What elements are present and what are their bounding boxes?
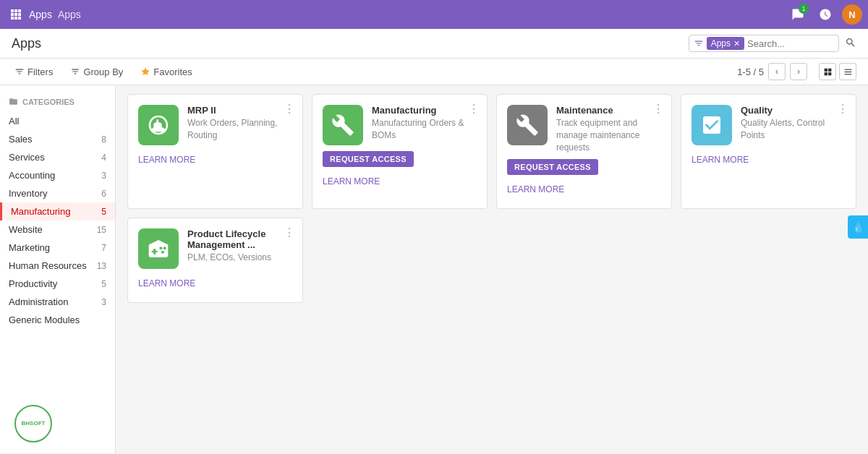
sidebar-item-hr[interactable]: Human Resources 13 xyxy=(0,257,115,275)
app-card-header-quality: Quality Quality Alerts, Control Points xyxy=(692,105,846,145)
favorites-btn[interactable]: Favorites xyxy=(137,65,195,79)
app-card-header-mrp2: MRP II Work Orders, Planning, Routing xyxy=(138,105,292,145)
app-card-menu-mfg[interactable]: ⋮ xyxy=(468,102,480,116)
svg-rect-10 xyxy=(828,68,831,71)
svg-rect-14 xyxy=(844,71,851,72)
learn-more-quality-btn[interactable]: LEARN MORE xyxy=(692,151,749,168)
group-icon xyxy=(70,67,80,77)
list-view-btn[interactable] xyxy=(839,63,856,80)
sidebar-item-services[interactable]: Services 4 xyxy=(0,148,115,166)
sidebar-item-all[interactable]: All xyxy=(0,112,115,130)
app-card-menu-mrp2[interactable]: ⋮ xyxy=(284,102,295,116)
app-info-mfg: Manufacturing Manufacturing Orders & BOM… xyxy=(372,105,477,142)
app-card-header-plm: Product Lifecycle Management ... PLM, EC… xyxy=(138,228,292,269)
next-page-btn[interactable]: › xyxy=(790,63,807,80)
app-actions-mrp2: LEARN MORE xyxy=(138,151,292,168)
sidebar: CATEGORIES All Sales 8 Services 4 Accoun… xyxy=(0,85,116,453)
filter-icon xyxy=(694,38,704,48)
search-bar: Apps ✕ xyxy=(689,35,839,52)
sidebar-item-administration[interactable]: Administration 3 xyxy=(0,293,115,311)
app-name-label: Apps xyxy=(29,9,52,20)
sidebar-item-productivity[interactable]: Productivity 5 xyxy=(0,275,115,293)
folder-icon xyxy=(9,97,18,106)
search-tag[interactable]: Apps ✕ xyxy=(707,37,744,50)
nav-apps-label: Apps xyxy=(58,9,81,20)
learn-more-plm-btn[interactable]: LEARN MORE xyxy=(138,275,195,292)
floating-help-badge[interactable]: 💧 xyxy=(848,215,868,239)
svg-rect-9 xyxy=(824,68,827,71)
main-layout: CATEGORIES All Sales 8 Services 4 Accoun… xyxy=(0,85,868,453)
bottom-logo: BHSOFT xyxy=(14,405,52,442)
learn-more-mrp2-btn[interactable]: LEARN MORE xyxy=(138,151,195,168)
app-card-maintenance: ⋮ Maintenance Track equipment and manage… xyxy=(496,94,672,209)
request-access-maint-btn[interactable]: REQUEST ACCESS xyxy=(507,159,598,175)
app-actions-maint: REQUEST ACCESS LEARN MORE xyxy=(507,159,661,198)
svg-rect-1 xyxy=(14,9,17,12)
svg-rect-4 xyxy=(14,13,17,16)
app-card-menu-maint[interactable]: ⋮ xyxy=(652,102,664,116)
sidebar-item-generic-modules[interactable]: Generic Modules xyxy=(0,311,115,329)
request-access-mfg-btn[interactable]: REQUEST ACCESS xyxy=(323,151,414,167)
search-submit-icon[interactable] xyxy=(845,37,856,51)
learn-more-mfg-btn[interactable]: LEARN MORE xyxy=(323,173,380,190)
app-actions-quality: LEARN MORE xyxy=(692,151,846,168)
search-input[interactable] xyxy=(747,38,834,49)
app-info-maint: Maintenance Track equipment and manage m… xyxy=(556,105,661,153)
app-icon-maint xyxy=(507,105,548,145)
svg-rect-11 xyxy=(824,72,827,75)
top-navigation: Apps Apps 1 N xyxy=(0,0,868,29)
app-card-menu-quality[interactable]: ⋮ xyxy=(837,102,848,116)
filter-toolbar-icon xyxy=(14,67,25,77)
app-icon-mfg xyxy=(323,105,363,145)
svg-rect-15 xyxy=(844,74,851,74)
pagination: 1-5 / 5 ‹ › xyxy=(737,63,807,80)
group-by-btn[interactable]: Group By xyxy=(67,65,126,79)
app-icon-plm xyxy=(138,228,179,269)
sidebar-item-manufacturing[interactable]: Manufacturing 5 xyxy=(0,202,115,220)
apps-grid: ⋮ MRP II Work Orders, Planning, Routing … xyxy=(116,85,868,453)
page-title: Apps xyxy=(12,36,41,51)
app-card-header-maint: Maintenance Track equipment and manage m… xyxy=(507,105,661,153)
clock-icon-btn[interactable] xyxy=(814,4,836,25)
svg-rect-8 xyxy=(18,17,21,20)
filters-btn[interactable]: Filters xyxy=(12,65,56,79)
app-icon-mrp2 xyxy=(138,105,179,145)
app-card-mrp2: ⋮ MRP II Work Orders, Planning, Routing … xyxy=(127,94,303,209)
svg-rect-2 xyxy=(18,9,21,12)
app-card-header-mfg: Manufacturing Manufacturing Orders & BOM… xyxy=(323,105,477,145)
svg-rect-13 xyxy=(844,69,851,69)
prev-page-btn[interactable]: ‹ xyxy=(768,63,786,80)
toolbar: Filters Group By Favorites 1-5 / 5 ‹ › xyxy=(0,59,868,85)
app-icon-quality xyxy=(692,105,732,145)
app-info-quality: Quality Quality Alerts, Control Points xyxy=(741,105,846,142)
page-header: Apps Apps ✕ xyxy=(0,29,868,59)
svg-rect-3 xyxy=(11,13,14,16)
learn-more-maint-btn[interactable]: LEARN MORE xyxy=(507,181,564,198)
app-info-mrp2: MRP II Work Orders, Planning, Routing xyxy=(187,105,292,142)
svg-rect-0 xyxy=(11,9,14,12)
app-actions-plm: LEARN MORE xyxy=(138,275,292,292)
sidebar-item-website[interactable]: Website 15 xyxy=(0,220,115,239)
sidebar-item-accounting[interactable]: Accounting 3 xyxy=(0,166,115,184)
kanban-view-btn[interactable] xyxy=(819,63,836,80)
chat-icon-btn[interactable]: 1 xyxy=(787,4,809,25)
tag-remove-btn[interactable]: ✕ xyxy=(733,39,740,48)
app-card-manufacturing: ⋮ Manufacturing Manufacturing Orders & B… xyxy=(312,94,488,209)
svg-rect-6 xyxy=(11,17,14,20)
app-card-menu-plm[interactable]: ⋮ xyxy=(284,226,295,239)
user-avatar[interactable]: N xyxy=(842,4,862,25)
chat-badge: 1 xyxy=(799,4,809,14)
app-card-plm: ⋮ Product Lifecycle Management ... PLM, … xyxy=(127,218,303,303)
grid-menu-icon[interactable] xyxy=(6,4,26,25)
nav-right-actions: 1 N xyxy=(787,4,862,25)
svg-rect-7 xyxy=(14,17,17,20)
star-icon xyxy=(140,67,150,77)
svg-rect-5 xyxy=(18,13,21,16)
sidebar-item-marketing[interactable]: Marketing 7 xyxy=(0,239,115,257)
app-info-plm: Product Lifecycle Management ... PLM, EC… xyxy=(187,228,292,264)
app-actions-mfg: REQUEST ACCESS LEARN MORE xyxy=(323,151,477,190)
logo-circle: BHSOFT xyxy=(14,405,52,442)
view-toggle xyxy=(819,63,856,80)
sidebar-item-inventory[interactable]: Inventory 6 xyxy=(0,184,115,202)
sidebar-item-sales[interactable]: Sales 8 xyxy=(0,130,115,148)
